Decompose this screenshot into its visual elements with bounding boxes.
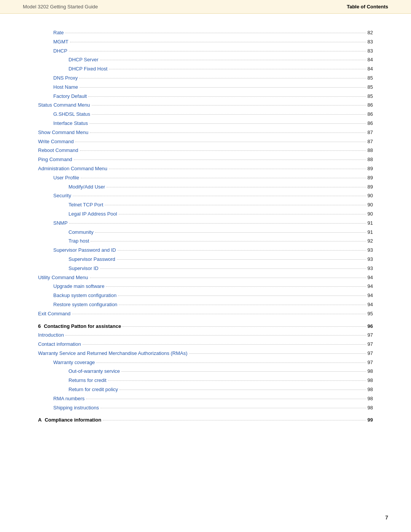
toc-entry: Show Command Menu87 — [38, 129, 373, 137]
toc-entry: Contact information97 — [38, 340, 373, 348]
toc-page-number: 88 — [368, 147, 373, 155]
toc-entry: Trap host92 — [38, 237, 373, 245]
toc-entry-label: Interface Status — [53, 120, 88, 128]
toc-entry: Reboot Command88 — [38, 147, 373, 155]
toc-entry: Status Command Menu86 — [38, 101, 373, 109]
chapter-label: Contacting Patton for assistance — [44, 323, 121, 331]
toc-dots — [91, 241, 366, 241]
toc-dots — [79, 78, 366, 78]
toc-dots — [92, 105, 366, 105]
toc-dots — [108, 380, 366, 381]
toc-page-number: 86 — [368, 120, 373, 128]
toc-entry: Return for credit policy98 — [38, 386, 373, 394]
toc-entry-label: Show Command Menu — [38, 129, 88, 137]
toc-entry-label: Shipping instructions — [53, 404, 99, 412]
toc-entry-label: Exit Command — [38, 310, 70, 318]
toc-dots — [70, 42, 366, 42]
toc-entry: Security90 — [38, 192, 373, 200]
toc-page-number: 98 — [368, 395, 373, 403]
toc-entry: Host Name85 — [38, 83, 373, 91]
header-bar: Model 3202 Getting Started Guide Table o… — [0, 0, 411, 14]
toc-dots — [100, 268, 366, 269]
toc-entry-label: Trap host — [68, 237, 89, 245]
toc-dots — [189, 353, 366, 354]
toc-content: Rate82MGMT83DHCP83DHCP Server84DHCP Fixe… — [0, 14, 411, 448]
toc-entry-label: Upgrade main software — [53, 283, 104, 291]
toc-entry: SNMP91 — [38, 219, 373, 227]
toc-entry: Supervisor Password93 — [38, 256, 373, 264]
toc-dots — [90, 278, 366, 278]
toc-entry: Interface Status86 — [38, 120, 373, 128]
toc-page-number: 93 — [368, 246, 373, 254]
toc-dots — [75, 142, 366, 142]
toc-entry-label: Administration Command Menu — [38, 165, 107, 173]
toc-entry-label: Host Name — [53, 83, 78, 91]
toc-page-number: 98 — [368, 386, 373, 394]
toc-page-number: 94 — [368, 274, 373, 282]
toc-page-number: 91 — [368, 228, 373, 236]
toc-page-number: 97 — [368, 350, 373, 358]
toc-entry-label: Status Command Menu — [38, 101, 90, 109]
toc-dots — [107, 187, 366, 187]
toc-entry-label: Security — [53, 192, 71, 200]
chapter-entry: 6Contacting Patton for assistance96 — [38, 323, 373, 331]
toc-entry-label: Ping Command — [38, 156, 72, 164]
page-wrapper: Model 3202 Getting Started Guide Table o… — [0, 0, 411, 532]
toc-entry-label: Reboot Command — [38, 147, 78, 155]
toc-page-number: 93 — [368, 265, 373, 273]
toc-dots — [117, 259, 366, 260]
toc-page-number: 89 — [368, 183, 373, 191]
toc-dots — [90, 133, 366, 133]
toc-entry-label: Contact information — [38, 340, 81, 348]
toc-dots — [109, 169, 366, 169]
toc-dots — [69, 223, 366, 224]
appendix-letter: A — [38, 416, 41, 424]
toc-dots — [80, 87, 366, 88]
toc-entry: Legal IP Address Pool90 — [38, 210, 373, 218]
toc-page-number: 89 — [368, 174, 373, 182]
toc-entry: Shipping instructions98 — [38, 404, 373, 412]
toc-page-number: 86 — [368, 110, 373, 118]
toc-entry-label: Community — [68, 228, 94, 236]
toc-entry: Restore system configuration94 — [38, 301, 373, 309]
toc-entry-label: DHCP — [53, 47, 67, 55]
toc-entry: DNS Proxy85 — [38, 74, 373, 82]
toc-page-number: 85 — [368, 74, 373, 82]
toc-entry: Community91 — [38, 228, 373, 236]
toc-dots — [121, 371, 366, 372]
toc-entry: Warranty Service and Returned Merchandis… — [38, 350, 373, 358]
toc-page-number: 90 — [368, 192, 373, 200]
toc-entry: DHCP83 — [38, 47, 373, 55]
toc-entry-label: Warranty Service and Returned Merchandis… — [38, 350, 188, 358]
toc-dots — [103, 420, 366, 420]
toc-entry-label: Return for credit policy — [68, 386, 118, 394]
toc-page-number: 98 — [368, 404, 373, 412]
header-title: Model 3202 Getting Started Guide — [23, 4, 98, 10]
toc-entry: Write Command87 — [38, 138, 373, 146]
toc-dots — [118, 250, 366, 251]
toc-entry: Supervisor ID93 — [38, 265, 373, 273]
toc-entry: MGMT83 — [38, 38, 373, 46]
toc-entry: Factory Default85 — [38, 93, 373, 101]
toc-entry: DHCP Server84 — [38, 56, 373, 64]
toc-entry: Returns for credit98 — [38, 377, 373, 385]
toc-entry-label: Warranty coverage — [53, 359, 95, 367]
toc-entry-label: Supervisor ID — [68, 265, 99, 273]
toc-dots — [119, 305, 366, 305]
toc-entry-label: SNMP — [53, 219, 68, 227]
chapter-number: 6 — [38, 323, 41, 331]
toc-dots — [83, 344, 366, 345]
toc-dots — [123, 326, 366, 327]
toc-entry: Supervisor Password and ID93 — [38, 246, 373, 254]
toc-page-number: 87 — [368, 138, 373, 146]
toc-entry-label: Introduction — [38, 331, 64, 339]
toc-dots — [92, 114, 366, 115]
toc-entry-label: Utility Command Menu — [38, 274, 88, 282]
toc-entry-label: DNS Proxy — [53, 74, 78, 82]
toc-page-number: 97 — [368, 340, 373, 348]
toc-page-number: 84 — [368, 56, 373, 64]
toc-dots — [105, 205, 366, 205]
toc-dots — [119, 390, 366, 390]
toc-entry: Exit Command95 — [38, 310, 373, 318]
page-number-footer: 7 — [385, 514, 388, 521]
